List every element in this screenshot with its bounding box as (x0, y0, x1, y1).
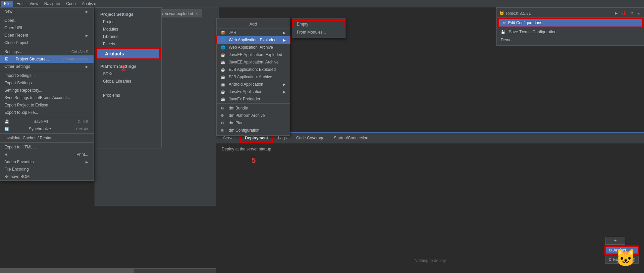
menu-item-invalidate-caches[interactable]: Invalidate Caches / Restart... (0, 134, 94, 142)
add-menu-dm-config[interactable]: ⚙ dm Configuration (217, 127, 290, 134)
submenu-item-from-modules[interactable]: From Modules... (292, 28, 345, 36)
tomcat-settings-btn[interactable]: ⚙ (629, 10, 635, 16)
menu-item-sync-jetbrains[interactable]: Sync Settings to JetBrains Account... (0, 94, 94, 101)
exploded-submenu: Empty From Modules... (292, 18, 345, 38)
scrollbar-thumb[interactable] (0, 269, 134, 273)
arrow-icon-fav: ▶ (86, 160, 88, 164)
menu-item-close-project[interactable]: Close Project (0, 39, 94, 46)
dm-plan-icon: ⚙ (221, 121, 227, 125)
tab-bar-main: ⚙ web:war exploded ✕ (152, 7, 219, 17)
menu-item-open[interactable]: Open... (0, 17, 94, 24)
shortcut-save-all: Ctrl+S (78, 120, 88, 124)
ps-item-libraries[interactable]: Libraries (95, 33, 161, 40)
add-menu-android[interactable]: 🤖 Android Application ▶ (217, 81, 290, 88)
arrow-icon-other: ▶ (86, 65, 88, 69)
menu-item-other-settings[interactable]: Other Settings ▶ (0, 63, 94, 70)
bottom-panel: Server Deployment Logs Code Coverage Sta… (216, 132, 644, 273)
menu-item-settings[interactable]: Settings... Ctrl+Alt+S (0, 48, 94, 55)
arrow-icon-recent: ▶ (86, 34, 88, 37)
tomcat-run-btn[interactable]: ▶ (613, 10, 619, 16)
menu-item-print[interactable]: 🖨 Print... (0, 151, 94, 158)
menu-analyze[interactable]: Analyze (79, 1, 99, 7)
add-menu-javaee-archive[interactable]: ☕ JavaEE Application: Archive (217, 58, 290, 66)
menu-item-settings-repo[interactable]: Settings Repository... (0, 87, 94, 94)
ps-item-project[interactable]: Project (95, 18, 161, 26)
add-menu-javafx-preloader[interactable]: ☕ JavaFx Preloader (217, 95, 290, 103)
javaee-archive-icon: ☕ (221, 60, 227, 64)
ps-item-modules[interactable]: Modules (95, 26, 161, 33)
jar-icon: 📦 (221, 31, 227, 35)
menu-item-export-settings[interactable]: Export Settings... (0, 79, 94, 87)
web-archive-icon: 🌐 (221, 45, 227, 50)
add-menu-web-app-archive[interactable]: 🌐 Web Application: Archive (217, 44, 290, 51)
menu-item-open-url[interactable]: Open URL... (0, 24, 94, 32)
javafx-arrow-icon: ▶ (283, 90, 286, 94)
menu-item-synchronize[interactable]: 🔄 Synchronize Ctrl+Alt (0, 125, 94, 133)
menu-item-save-all[interactable]: 💾 Save All Ctrl+S (0, 118, 94, 125)
add-menu-ejb-exploded[interactable]: ☕ EJB Application: Exploded (217, 66, 290, 73)
tomcat-debug-btn[interactable]: 🐞 (620, 10, 628, 16)
menu-item-add-favorites[interactable]: Add to Favorites ▶ (0, 158, 94, 166)
mascot-image: 🐱 (615, 248, 636, 268)
project-settings-title: Project Settings (95, 10, 161, 18)
menu-bar: File Edit View Navigate Code Analyze (0, 0, 644, 7)
tomcat-icon: 🐱 (499, 11, 504, 15)
shortcut-settings: Ctrl+Alt+S (71, 50, 88, 54)
ejb-exploded-icon: ☕ (221, 67, 227, 72)
demo-config-item[interactable]: Demo (497, 36, 644, 44)
menu-view[interactable]: View (27, 1, 41, 7)
separator-4 (0, 117, 94, 117)
tomcat-label: Tomcat 8.5.31 (505, 11, 612, 16)
menu-item-import-settings[interactable]: Import Settings... (0, 72, 94, 79)
ps-item-facets[interactable]: Facets (95, 40, 161, 48)
separator-5 (0, 133, 94, 134)
add-menu-title: Add (217, 20, 290, 29)
separator-6 (0, 142, 94, 143)
menu-item-project-structure[interactable]: 🏗 Project Structure... Ctrl+Alt+Shift+S (0, 55, 94, 63)
bottom-content-area: Deploy at the server startup (216, 143, 644, 158)
submenu-item-empty[interactable]: Empty (292, 20, 345, 28)
menu-edit[interactable]: Edit (14, 1, 26, 7)
add-menu-javaee-exploded[interactable]: ☕ JavaEE Application: Exploded (217, 51, 290, 58)
menu-item-file-encoding[interactable]: File Encoding (0, 166, 94, 173)
tomcat-more-btn[interactable]: ≡ (636, 11, 641, 16)
add-menu-dm-bundle[interactable]: ⚙ dm Bundle (217, 104, 290, 112)
add-menu-dm-plan[interactable]: ⚙ dm Plan (217, 119, 290, 127)
menu-file[interactable]: File (1, 1, 13, 7)
add-menu-javafx[interactable]: ☕ JavaFx Application ▶ (217, 88, 290, 95)
android-arrow-icon: ▶ (283, 83, 286, 86)
menu-item-open-recent[interactable]: Open Recent ▶ (0, 32, 94, 39)
tab-startup-connection[interactable]: Startup/Connection (330, 133, 372, 143)
menu-code[interactable]: Code (63, 1, 78, 7)
add-menu-dm-platform[interactable]: ⚙ dm Platform Archive (217, 112, 290, 119)
mascot-area: 🐱 (609, 244, 642, 271)
ps-item-problems[interactable]: Problems (95, 92, 161, 99)
add-menu-jar[interactable]: 📦 JAR ▶ (217, 29, 290, 36)
menu-item-export-zip[interactable]: Export to Zip File... (0, 109, 94, 116)
edit-configurations-btn[interactable]: ✏ Edit Configurations... (498, 18, 642, 27)
menu-item-remove-bom[interactable]: Remove BOM (0, 173, 94, 180)
menu-navigate[interactable]: Navigate (42, 1, 63, 7)
menu-item-new[interactable]: New ▶ (0, 8, 94, 15)
shortcut-synchronize: Ctrl+Alt (76, 127, 88, 131)
dm-bundle-icon: ⚙ (221, 106, 227, 110)
add-menu-ejb-archive[interactable]: ☕ EJB Application: Archive (217, 73, 290, 81)
menu-item-export-eclipse[interactable]: Export Project to Eclipse... (0, 101, 94, 109)
jar-arrow-icon: ▶ (283, 31, 286, 35)
ps-item-artifacts[interactable]: Artifacts (96, 48, 160, 59)
save-demo-config-item[interactable]: 💾 Save 'Demo' Configuration (497, 28, 644, 36)
tab-close-icon[interactable]: ✕ (195, 12, 198, 15)
add-menu-sep-1 (217, 103, 290, 104)
project-settings-sidebar: Project Settings Project Modules Librari… (95, 7, 162, 148)
add-deployment-btn[interactable]: + (605, 237, 625, 245)
menu-item-export-html[interactable]: Export to HTML... (0, 143, 94, 151)
ps-item-sdks[interactable]: SDKs (95, 70, 161, 78)
dm-platform-icon: ⚙ (221, 113, 227, 118)
nothing-to-deploy-label: Nothing to deploy (216, 258, 644, 263)
ejb-archive-icon: ☕ (221, 75, 227, 79)
android-icon: 🤖 (221, 82, 227, 87)
ps-item-global-libs[interactable]: Global Libraries (95, 78, 161, 85)
tab-code-coverage[interactable]: Code Coverage (292, 133, 328, 143)
javafx-icon: ☕ (221, 90, 227, 94)
add-menu-web-app-exploded[interactable]: 🌐 Web Application: Exploded ▶ (217, 36, 290, 44)
